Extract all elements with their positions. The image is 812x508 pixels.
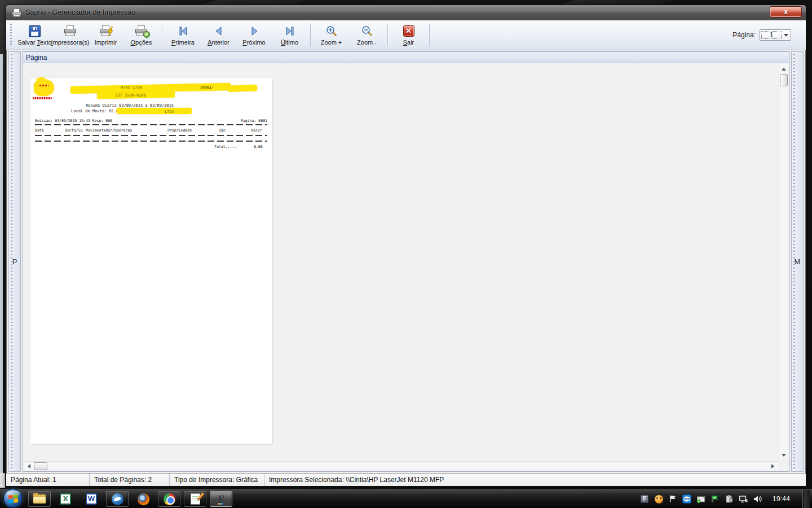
left-panel-tab[interactable]: P: [8, 51, 21, 472]
green-flag-icon[interactable]: [710, 494, 720, 504]
previous-page-label: Anterior: [208, 39, 230, 46]
page-groupbox-title: Página: [23, 52, 789, 63]
desktop: Sagrio - Gerenciador de Impressão x Salv…: [0, 0, 812, 508]
status-selected-printer: Impressora Selecionada: \\Cintia\HP Lase…: [264, 474, 806, 486]
network-icon[interactable]: [739, 494, 748, 504]
report-page-number: Pagina: 0001: [241, 119, 267, 123]
report-total-value: 0,00: [254, 144, 263, 149]
taskbar-excel-button[interactable]: X: [54, 491, 77, 507]
next-page-label: Próximo: [242, 39, 265, 46]
first-page-icon: [177, 24, 189, 38]
horizontal-scrollbar[interactable]: [24, 461, 778, 470]
scroll-right-button[interactable]: [769, 462, 778, 471]
redaction-local-line: [117, 108, 192, 114]
volume-icon[interactable]: [753, 494, 762, 504]
system-tray: F 19:44: [640, 490, 812, 508]
chrome-icon: [164, 493, 175, 505]
first-page-button[interactable]: Primeira: [165, 21, 201, 49]
app-icon: [12, 8, 21, 17]
orange-ball-icon[interactable]: [654, 494, 664, 504]
previous-page-button[interactable]: Anterior: [201, 21, 236, 49]
report-resumo-line: Resumo Diario 03/09/2015 a 03/09/2015: [86, 103, 174, 108]
column-header-valor: Valor: [251, 128, 262, 133]
zoom-out-button[interactable]: Zoom -: [349, 21, 385, 49]
start-button[interactable]: [3, 489, 23, 508]
redaction-company-tail: [228, 85, 257, 92]
taskbar-thunderbird-button[interactable]: [106, 491, 129, 507]
redacted-logo-caption: [33, 97, 52, 99]
last-page-button[interactable]: Último: [272, 21, 307, 49]
first-page-label: Primeira: [171, 39, 195, 46]
print-preview-area[interactable]: NTAS LTDA /0001- 53) 3500-0100 Resumo Di…: [23, 63, 789, 471]
status-current-page: Página Atual: 1: [6, 474, 90, 486]
left-panel-label: P: [12, 257, 17, 266]
app-window: Sagrio - Gerenciador de Impressão x Salv…: [6, 5, 806, 487]
vertical-scroll-thumb[interactable]: [780, 74, 788, 86]
flag-icon[interactable]: [668, 494, 678, 504]
scroll-up-button[interactable]: [779, 64, 788, 73]
notes-icon: [191, 493, 200, 505]
teamviewer-icon[interactable]: [682, 494, 692, 504]
options-button[interactable]: Opções: [123, 21, 159, 49]
redacted-text-fragment: /0001-: [200, 85, 214, 90]
last-page-label: Último: [281, 39, 298, 46]
next-page-button[interactable]: Próximo: [236, 21, 272, 49]
zoom-out-label: Zoom -: [357, 39, 377, 46]
next-page-icon: [248, 24, 261, 38]
printers-icon: [64, 24, 77, 38]
window-content: P Página NTAS LTDA /0001- 53) 3500-0100: [6, 50, 806, 473]
scroll-left-button[interactable]: [24, 462, 33, 471]
document-page: NTAS LTDA /0001- 53) 3500-0100 Resumo Di…: [30, 78, 272, 444]
taskbar-notes-button[interactable]: [184, 491, 206, 507]
scroll-down-button[interactable]: [779, 451, 788, 460]
report-rule: [35, 141, 267, 142]
taskbar-word-button[interactable]: W: [80, 491, 103, 507]
toolbar-separator: [429, 24, 430, 46]
toolbar-separator: [310, 24, 311, 46]
toolbar-gripper[interactable]: [10, 24, 12, 46]
column-header-docto: Docto/Sq: [65, 128, 82, 133]
printers-button[interactable]: Impressora(s): [52, 21, 88, 49]
show-desktop-button[interactable]: [802, 490, 810, 508]
word-icon: W: [86, 493, 97, 505]
background-window-edge: [0, 54, 3, 474]
last-page-icon: [284, 24, 296, 38]
zoom-in-button[interactable]: Zoom +: [314, 21, 349, 49]
taskbar-firefox-button[interactable]: [132, 491, 155, 507]
status-total-pages: Total de Páginas: 2: [90, 474, 170, 486]
background-window-corner: [0, 473, 5, 488]
vertical-scrollbar[interactable]: [779, 64, 788, 460]
status-printer-type: Tipo de Impressora: Gráfica: [170, 474, 264, 486]
exit-label: Sair: [403, 39, 414, 46]
exit-icon: ✕: [403, 24, 414, 38]
right-panel-label: M: [795, 257, 801, 266]
title-bar[interactable]: Sagrio - Gerenciador de Impressão x: [6, 5, 806, 20]
options-icon: [135, 24, 148, 38]
report-rule: [35, 135, 267, 136]
window-title: Sagrio - Gerenciador de Impressão: [25, 8, 135, 16]
clipboard-icon[interactable]: [725, 494, 734, 504]
taskbar-clock[interactable]: 19:44: [773, 495, 790, 503]
redacted-logo: [34, 79, 54, 96]
mail-icon[interactable]: [696, 494, 706, 504]
excel-icon: X: [60, 493, 71, 505]
chevron-down-icon[interactable]: [782, 30, 791, 40]
app-f-icon[interactable]: F: [640, 494, 650, 504]
previous-page-icon: [213, 24, 225, 38]
zoom-out-icon: [361, 24, 373, 38]
print-button[interactable]: Imprimir: [88, 21, 123, 49]
report-rule: [35, 124, 267, 125]
page-combobox[interactable]: 1: [760, 29, 791, 41]
taskbar-chrome-button[interactable]: [158, 491, 180, 507]
right-panel-tab[interactable]: M: [791, 51, 804, 472]
printers-label: Impressora(s): [51, 39, 90, 46]
close-button[interactable]: x: [770, 6, 802, 17]
exit-button[interactable]: ✕ Sair: [391, 21, 426, 49]
taskbar-sagrio-button[interactable]: F: [210, 491, 232, 507]
column-header-propriedade: Propriedade: [167, 128, 192, 133]
save-text-button[interactable]: Salvar Texto: [17, 21, 52, 49]
taskbar-explorer-button[interactable]: [28, 491, 51, 507]
save-icon: [29, 24, 41, 38]
column-header-movimentador: Movimentador/Operacao: [86, 128, 132, 133]
horizontal-scroll-thumb[interactable]: [34, 462, 47, 470]
